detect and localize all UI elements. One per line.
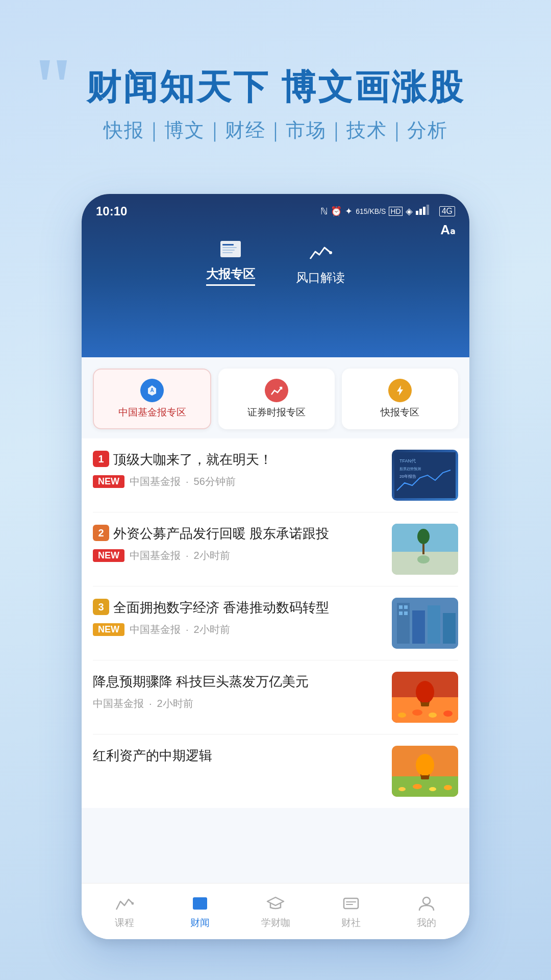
svg-rect-3 <box>427 205 429 215</box>
time-1: 56分钟前 <box>194 475 236 488</box>
news-img-2 <box>392 524 458 575</box>
dot-2: · <box>186 550 189 561</box>
svg-point-18 <box>417 529 430 544</box>
wode-icon <box>416 894 437 913</box>
status-bar: 10:10 ℕ ⏰ ✦ 615/KB/S HD ◈ 4G <box>82 194 469 222</box>
news-item-5[interactable]: 红利资产的中期逻辑 <box>93 734 458 808</box>
kecheng-icon <box>114 894 135 913</box>
category-tabs: A 中国基金报专区 证券时报专区 <box>82 357 469 438</box>
svg-rect-22 <box>412 610 425 644</box>
rank-badge-2: 2 <box>93 525 109 541</box>
svg-rect-55 <box>344 898 358 909</box>
dabao-icon <box>216 237 245 261</box>
news-img-5 <box>392 746 458 797</box>
phone-mockup: 10:10 ℕ ⏰ ✦ 615/KB/S HD ◈ 4G <box>82 194 469 939</box>
phone-content: A 中国基金报专区 证券时报专区 <box>82 357 469 883</box>
news-text-2: 2 外资公募产品发行回暖 股东承诺跟投 NEW 中国基金报 · 2小时前 <box>93 524 383 562</box>
svg-point-45 <box>416 754 434 776</box>
svg-rect-27 <box>399 611 403 615</box>
news-meta-1: NEW 中国基金报 · 56分钟前 <box>93 475 383 488</box>
news-item-1[interactable]: 1 顶级大咖来了，就在明天！ NEW 中国基金报 · 56分钟前 TFA <box>93 438 458 512</box>
news-img-4 <box>392 672 458 723</box>
rank-badge-3: 3 <box>93 599 109 615</box>
header-area: 财闻知天下 博文画涨股 快报｜博文｜财经｜市场｜技术｜分析 <box>0 66 551 143</box>
time-3: 2小时前 <box>194 623 230 636</box>
news-text-3: 3 全面拥抱数字经济 香港推动数码转型 NEW 中国基金报 · 2小时前 <box>93 598 383 636</box>
svg-text:TFAN代: TFAN代 <box>399 458 416 463</box>
news-meta-3: NEW 中国基金报 · 2小时前 <box>93 623 383 636</box>
new-badge-3: NEW <box>93 623 124 636</box>
news-text-5: 红利资产的中期逻辑 <box>93 746 383 771</box>
svg-point-9 <box>329 251 332 254</box>
svg-point-31 <box>398 713 406 718</box>
nav-item-xuecai[interactable]: 学财咖 <box>238 894 313 929</box>
fengkou-label: 风口解读 <box>296 270 345 286</box>
svg-rect-7 <box>222 250 235 251</box>
svg-rect-23 <box>428 605 440 644</box>
dabao-label: 大报专区 <box>206 266 255 286</box>
news-item-3[interactable]: 3 全面拥抱数字经济 香港推动数码转型 NEW 中国基金报 · 2小时前 <box>93 586 458 660</box>
svg-rect-52 <box>195 902 205 903</box>
svg-rect-56 <box>346 901 356 902</box>
svg-point-42 <box>413 784 422 789</box>
kecheng-label: 课程 <box>115 916 134 929</box>
svg-rect-0 <box>416 211 418 215</box>
svg-rect-57 <box>346 904 353 905</box>
hd-icon: HD <box>389 207 402 216</box>
cat-tab-jijin[interactable]: A 中国基金报专区 <box>93 369 211 429</box>
kuaibao-icon <box>388 379 412 402</box>
nav-item-wode[interactable]: 我的 <box>389 894 464 929</box>
svg-point-41 <box>398 787 406 791</box>
source-4: 中国基金报 <box>93 697 144 710</box>
cat-tab-zhengquan[interactable]: 证券时报专区 <box>218 369 335 429</box>
jijin-icon: A <box>140 379 164 402</box>
tab-dabao[interactable]: 大报专区 <box>206 237 255 286</box>
news-text-4: 降息预期骤降 科技巨头蒸发万亿美元 中国基金报 · 2小时前 <box>93 672 383 710</box>
svg-point-35 <box>416 681 434 703</box>
dot-4: · <box>149 698 152 709</box>
news-meta-4: 中国基金报 · 2小时前 <box>93 697 383 710</box>
bluetooth-icon: ✦ <box>345 206 353 217</box>
caijing-label: 财闻 <box>190 916 210 929</box>
caishe-icon <box>340 894 362 913</box>
svg-point-32 <box>412 709 422 716</box>
svg-text:股票趋势预测: 股票趋势预测 <box>399 467 421 471</box>
svg-point-34 <box>443 710 453 717</box>
nav-item-caijing[interactable]: 财闻 <box>162 894 238 929</box>
balloon-orange-img <box>392 746 458 797</box>
news-item-2[interactable]: 2 外资公募产品发行回暖 股东承诺跟投 NEW 中国基金报 · 2小时前 <box>93 512 458 586</box>
news-meta-2: NEW 中国基金报 · 2小时前 <box>93 549 383 562</box>
xuecai-label: 学财咖 <box>261 916 290 929</box>
source-2: 中国基金报 <box>130 549 181 562</box>
wifi-icon: ◈ <box>406 206 413 217</box>
news-img-3 <box>392 598 458 649</box>
svg-point-33 <box>429 713 437 718</box>
time-4: 2小时前 <box>157 697 193 710</box>
building-img <box>392 598 458 649</box>
news-title-1: 1 顶级大咖来了，就在明天！ <box>93 450 383 470</box>
caishe-label: 财社 <box>341 916 361 929</box>
fengkou-icon <box>306 241 335 264</box>
xuecai-icon <box>265 894 286 913</box>
svg-rect-46 <box>421 775 429 779</box>
nav-item-kecheng[interactable]: 课程 <box>87 894 162 929</box>
kuaibao-label: 快报专区 <box>381 406 419 419</box>
time-2: 2小时前 <box>194 549 230 562</box>
new-badge-1: NEW <box>93 475 124 488</box>
news-item-4[interactable]: 降息预期骤降 科技巨头蒸发万亿美元 中国基金报 · 2小时前 <box>93 660 458 734</box>
svg-text:20年报告: 20年报告 <box>399 474 416 479</box>
cat-tab-kuaibao[interactable]: 快报专区 <box>342 369 458 429</box>
svg-rect-5 <box>222 244 234 246</box>
dot-1: · <box>186 476 189 487</box>
phone-header: 10:10 ℕ ⏰ ✦ 615/KB/S HD ◈ 4G <box>82 194 469 357</box>
nav-item-caishe[interactable]: 财社 <box>313 894 389 929</box>
header-title: 财闻知天下 博文画涨股 <box>0 66 551 108</box>
header-subtitle: 快报｜博文｜财经｜市场｜技术｜分析 <box>0 117 551 143</box>
dot-3: · <box>186 624 189 635</box>
news-img-1: TFAN代 股票趋势预测 20年报告 <box>392 450 458 501</box>
svg-point-58 <box>423 897 430 904</box>
svg-rect-1 <box>419 209 422 215</box>
svg-rect-26 <box>404 605 408 609</box>
tab-fengkou[interactable]: 风口解读 <box>296 241 345 286</box>
status-icons-group: ℕ ⏰ ✦ 615/KB/S HD ◈ 4G <box>320 205 455 217</box>
